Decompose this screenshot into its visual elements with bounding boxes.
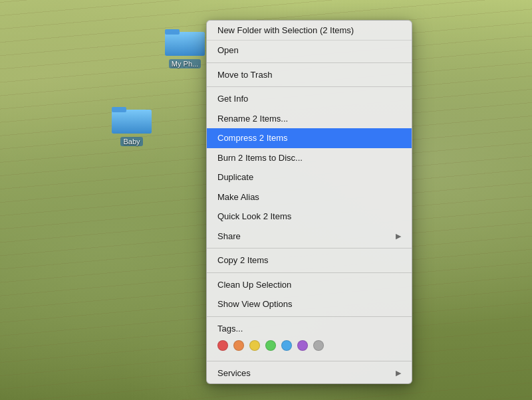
menu-item-compress-label: Compress 2 Items <box>217 132 287 145</box>
menu-item-burn[interactable]: Burn 2 Items to Disc... <box>207 148 412 168</box>
svg-rect-5 <box>112 107 126 112</box>
menu-item-make-alias-label: Make Alias <box>217 191 259 204</box>
menu-separator-5 <box>207 316 412 317</box>
menu-item-share-label: Share <box>217 230 241 243</box>
menu-separator-4 <box>207 272 412 273</box>
tags-label-text: Tags... <box>217 324 243 334</box>
menu-item-rename[interactable]: Rename 2 Items... <box>207 109 412 129</box>
tag-dot-blue[interactable] <box>281 340 292 351</box>
menu-item-quick-look-label: Quick Look 2 Items <box>217 210 291 223</box>
tag-dot-purple[interactable] <box>297 340 308 351</box>
menu-item-copy-label: Copy 2 Items <box>217 254 269 267</box>
tag-dot-red[interactable] <box>217 340 228 351</box>
tag-dot-yellow[interactable] <box>249 340 260 351</box>
menu-item-trash-label: Move to Trash <box>217 68 272 82</box>
tag-dot-orange[interactable] <box>233 340 244 351</box>
tags-section: Tags... <box>207 319 412 359</box>
menu-item-get-info-label: Get Info <box>217 92 248 106</box>
menu-item-new-folder[interactable]: New Folder with Selection (2 Items) <box>207 21 412 41</box>
share-arrow-icon: ▶ <box>396 231 401 242</box>
tag-dot-green[interactable] <box>265 340 276 351</box>
menu-item-burn-label: Burn 2 Items to Disc... <box>217 151 303 165</box>
menu-item-move-to-trash[interactable]: Move to Trash <box>207 65 412 85</box>
svg-rect-4 <box>112 110 152 134</box>
menu-item-new-folder-label: New Folder with Selection (2 Items) <box>217 25 354 35</box>
menu-item-services[interactable]: Services ▶ <box>207 363 412 384</box>
menu-separator-6 <box>207 361 412 361</box>
menu-item-rename-label: Rename 2 Items... <box>217 112 288 126</box>
menu-item-share[interactable]: Share ▶ <box>207 227 412 247</box>
services-arrow-icon: ▶ <box>396 367 401 379</box>
menu-item-quick-look[interactable]: Quick Look 2 Items <box>207 207 412 227</box>
menu-item-services-label: Services <box>217 367 251 380</box>
folder-icon-myphotos <box>165 25 205 57</box>
svg-rect-2 <box>165 29 180 35</box>
menu-item-make-alias[interactable]: Make Alias <box>207 187 412 207</box>
menu-item-open-label: Open <box>217 44 239 57</box>
menu-item-clean-up-label: Clean Up Selection <box>217 278 291 292</box>
menu-separator-2 <box>207 86 412 87</box>
menu-separator-1 <box>207 62 412 63</box>
desktop-icon-myphotos[interactable]: My Ph... <box>165 25 205 68</box>
svg-rect-1 <box>165 32 205 56</box>
tag-dots-container <box>217 339 401 353</box>
icon-label-baby: Baby <box>120 137 142 146</box>
menu-item-clean-up[interactable]: Clean Up Selection <box>207 275 412 295</box>
menu-item-compress[interactable]: Compress 2 Items <box>207 128 412 148</box>
icon-label-myphotos: My Ph... <box>169 59 201 68</box>
menu-separator-3 <box>207 248 412 249</box>
menu-item-get-info[interactable]: Get Info <box>207 89 412 109</box>
tag-dot-gray[interactable] <box>313 340 324 351</box>
menu-item-open[interactable]: Open <box>207 41 412 60</box>
desktop-icon-baby[interactable]: Baby <box>112 103 152 146</box>
context-menu: New Folder with Selection (2 Items) Open… <box>206 20 412 384</box>
menu-item-duplicate-label: Duplicate <box>217 171 253 184</box>
menu-item-tags[interactable]: Tags... <box>217 322 401 335</box>
folder-icon-baby <box>112 103 152 135</box>
menu-item-copy[interactable]: Copy 2 Items <box>207 250 412 270</box>
menu-item-show-view-options[interactable]: Show View Options <box>207 294 412 314</box>
menu-item-duplicate[interactable]: Duplicate <box>207 167 412 187</box>
menu-item-show-view-options-label: Show View Options <box>217 298 293 311</box>
